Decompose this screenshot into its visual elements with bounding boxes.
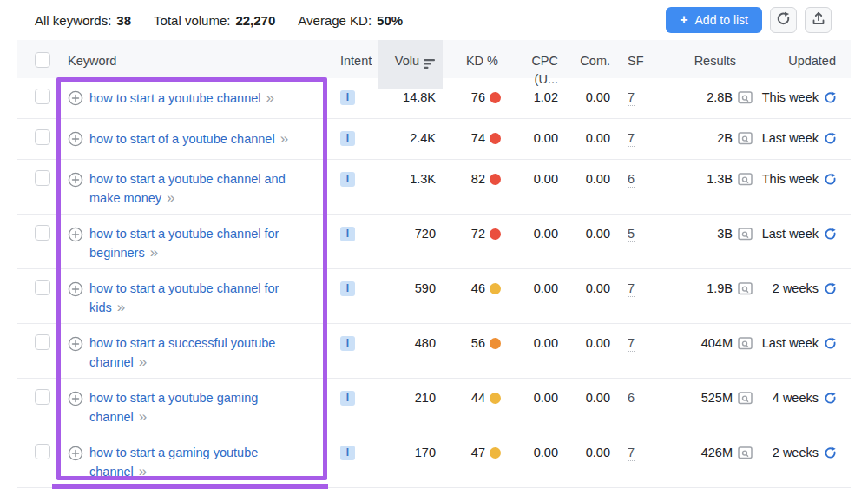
average-kd-value: 50% (377, 13, 403, 28)
table-row: how to start a youtube channel forbeginn… (17, 215, 851, 269)
expand-keyword-icon[interactable]: » (139, 408, 147, 425)
view-serp-icon[interactable] (738, 91, 753, 104)
competition-value: 0.00 (566, 215, 616, 268)
view-serp-icon[interactable] (738, 228, 753, 241)
keyword-link[interactable]: how to start a youtube channel andmake m… (89, 172, 286, 205)
serp-features-count[interactable]: 7 (628, 90, 635, 106)
kd-value: 56 (471, 334, 485, 353)
refresh-metrics-icon[interactable] (824, 392, 837, 405)
intent-badge[interactable]: I (340, 391, 355, 406)
kd-difficulty-dot (490, 338, 501, 349)
add-keyword-icon[interactable] (68, 227, 83, 248)
refresh-metrics-icon[interactable] (824, 446, 837, 459)
serp-features-count[interactable]: 7 (628, 281, 635, 297)
expand-keyword-icon[interactable]: » (139, 354, 147, 370)
results-value: 404M (701, 334, 733, 353)
row-checkbox[interactable] (35, 89, 50, 104)
serp-features-count[interactable]: 7 (628, 131, 635, 147)
keyword-link[interactable]: how to start a successful youtubechannel (89, 336, 275, 369)
export-icon (812, 11, 825, 29)
refresh-metrics-icon[interactable] (824, 228, 837, 241)
table-row: how to start a successful youtubechannel… (17, 324, 851, 379)
serp-features-count[interactable]: 6 (628, 172, 635, 188)
keyword-link[interactable]: how to start a youtube channel (89, 91, 261, 105)
keywords-table: Keyword Intent Volu KD % CPC (U... Com. … (17, 40, 851, 488)
serp-features-count[interactable]: 5 (628, 227, 635, 242)
view-serp-icon[interactable] (738, 173, 753, 186)
keyword-link[interactable]: how to start a gaming youtubechannel (89, 446, 258, 479)
expand-keyword-icon[interactable]: » (167, 189, 174, 206)
kd-value: 76 (471, 89, 485, 107)
cpc-value: 1.02 (509, 78, 566, 118)
intent-badge[interactable]: I (340, 281, 355, 296)
add-keyword-icon[interactable] (68, 172, 83, 193)
keyword-link[interactable]: how to start a youtube gamingchannel (89, 391, 258, 424)
view-serp-icon[interactable] (738, 392, 753, 405)
intent-badge[interactable]: I (340, 172, 355, 187)
view-serp-icon[interactable] (738, 282, 753, 295)
competition-value: 0.00 (566, 433, 616, 487)
row-checkbox[interactable] (35, 389, 50, 405)
add-keyword-icon[interactable] (68, 446, 83, 466)
table-header-row: Keyword Intent Volu KD % CPC (U... Com. … (17, 40, 851, 78)
total-volume-value: 22,270 (235, 13, 275, 28)
intent-badge[interactable]: I (340, 131, 355, 146)
updated-value: This week (762, 170, 819, 188)
table-row: how to start of a youtube channel» I 2.4… (17, 119, 851, 160)
row-checkbox[interactable] (35, 334, 50, 350)
add-to-list-button[interactable]: + Add to list (666, 7, 762, 33)
export-button[interactable] (805, 7, 832, 33)
refresh-button[interactable] (770, 7, 797, 33)
row-checkbox[interactable] (35, 280, 50, 295)
updated-value: Last week (762, 225, 819, 243)
expand-keyword-icon[interactable]: » (280, 130, 288, 147)
expand-keyword-icon[interactable]: » (150, 244, 158, 261)
select-all-checkbox[interactable] (35, 52, 50, 68)
updated-value: 2 weeks (773, 280, 819, 298)
volume-value: 480 (378, 324, 443, 378)
results-value: 1.3B (707, 170, 733, 188)
expand-keyword-icon[interactable]: » (117, 299, 125, 315)
refresh-metrics-icon[interactable] (824, 173, 837, 186)
kd-difficulty-dot (490, 92, 501, 103)
serp-features-count[interactable]: 7 (628, 336, 635, 352)
updated-value: Last week (762, 129, 819, 148)
intent-badge[interactable]: I (340, 227, 355, 241)
refresh-metrics-icon[interactable] (824, 337, 837, 350)
add-keyword-icon[interactable] (68, 131, 83, 152)
expand-keyword-icon[interactable]: » (266, 89, 274, 106)
refresh-metrics-icon[interactable] (824, 132, 837, 145)
view-serp-icon[interactable] (738, 132, 753, 145)
row-checkbox[interactable] (35, 129, 50, 145)
competition-value: 0.00 (566, 160, 616, 214)
kd-difficulty-dot (490, 174, 501, 185)
expand-keyword-icon[interactable]: » (139, 463, 147, 479)
cpc-value: 0.00 (509, 379, 566, 433)
intent-badge[interactable]: I (340, 446, 355, 460)
volume-value: 2.4K (378, 119, 443, 159)
keyword-link[interactable]: how to start a youtube channel forbeginn… (89, 227, 279, 260)
refresh-metrics-icon[interactable] (824, 91, 837, 104)
volume-value: 210 (378, 379, 443, 433)
view-serp-icon[interactable] (738, 337, 753, 350)
plus-icon: + (680, 13, 687, 27)
add-keyword-icon[interactable] (68, 90, 83, 111)
serp-features-count[interactable]: 7 (628, 446, 635, 461)
volume-header-label: Volu (395, 52, 419, 70)
row-checkbox[interactable] (35, 225, 50, 241)
refresh-metrics-icon[interactable] (824, 282, 837, 295)
row-checkbox[interactable] (35, 170, 50, 186)
add-keyword-icon[interactable] (68, 336, 83, 357)
volume-value: 170 (378, 433, 443, 487)
serp-features-count[interactable]: 6 (628, 391, 635, 406)
cpc-value: 0.00 (509, 269, 566, 323)
row-checkbox[interactable] (35, 444, 50, 459)
add-keyword-icon[interactable] (68, 281, 83, 302)
intent-badge[interactable]: I (340, 336, 355, 351)
intent-badge[interactable]: I (340, 90, 355, 105)
add-keyword-icon[interactable] (68, 391, 83, 412)
view-serp-icon[interactable] (738, 446, 753, 459)
keyword-link[interactable]: how to start of a youtube channel (89, 132, 275, 146)
volume-value: 720 (378, 215, 443, 268)
results-value: 525M (701, 389, 733, 407)
